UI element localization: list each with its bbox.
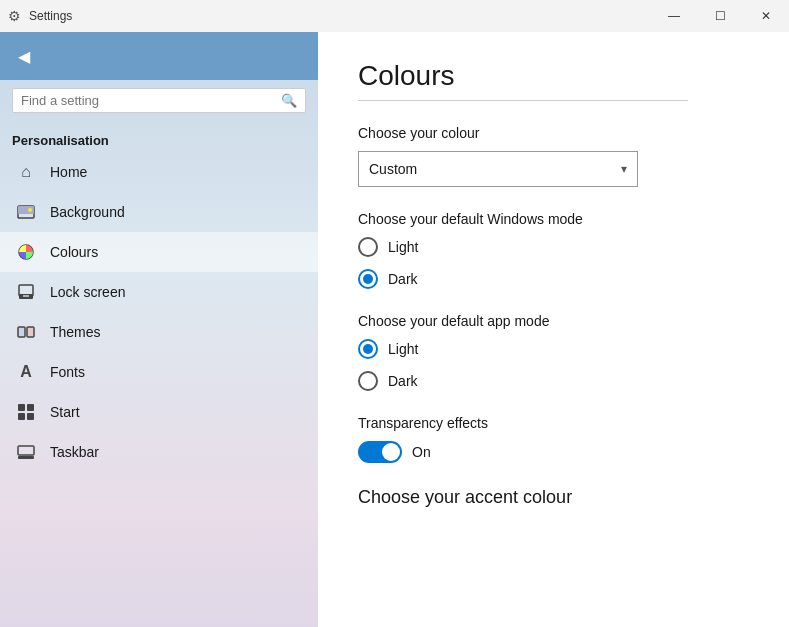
maximize-button[interactable]: ☐: [697, 0, 743, 32]
page-title: Colours: [358, 60, 749, 92]
fonts-icon: A: [16, 362, 36, 382]
transparency-on-label: On: [412, 444, 431, 460]
transparency-toggle[interactable]: [358, 441, 402, 463]
svg-rect-9: [18, 404, 25, 411]
settings-icon: ⚙: [8, 8, 21, 24]
sidebar-item-lock-screen-label: Lock screen: [50, 284, 125, 300]
svg-rect-12: [27, 413, 34, 420]
app-mode-radio-group: Light Dark: [358, 339, 749, 391]
search-container: 🔍: [0, 80, 318, 121]
sidebar-item-background[interactable]: Background: [0, 192, 318, 232]
search-icon: 🔍: [281, 93, 297, 108]
minimize-button[interactable]: —: [651, 0, 697, 32]
app-mode-label: Choose your default app mode: [358, 313, 749, 329]
section-label: Personalisation: [0, 125, 318, 152]
svg-rect-13: [18, 446, 34, 455]
title-bar-left: ⚙ Settings: [0, 8, 72, 24]
start-icon: [16, 402, 36, 422]
transparency-toggle-control: On: [358, 441, 749, 463]
lock-screen-icon: [16, 282, 36, 302]
windows-mode-dark-radio[interactable]: [358, 269, 378, 289]
taskbar-icon: [16, 442, 36, 462]
app-container: ◀ 🔍 Personalisation ⌂ Home Background: [0, 32, 789, 627]
app-mode-dark-option[interactable]: Dark: [358, 371, 749, 391]
colours-icon: [16, 242, 36, 262]
windows-mode-light-option[interactable]: Light: [358, 237, 749, 257]
colour-dropdown[interactable]: Custom ▾: [358, 151, 638, 187]
sidebar-item-taskbar[interactable]: Taskbar: [0, 432, 318, 472]
back-button[interactable]: ◀: [0, 32, 318, 80]
transparency-label: Transparency effects: [358, 415, 749, 431]
close-button[interactable]: ✕: [743, 0, 789, 32]
title-bar: ⚙ Settings — ☐ ✕: [0, 0, 789, 32]
sidebar-item-start[interactable]: Start: [0, 392, 318, 432]
svg-point-2: [28, 208, 32, 212]
app-mode-dark-label: Dark: [388, 373, 418, 389]
accent-section-label: Choose your accent colour: [358, 487, 749, 508]
back-arrow-icon: ◀: [12, 44, 36, 68]
svg-rect-10: [27, 404, 34, 411]
content-area: Colours Choose your colour Custom ▾ Choo…: [318, 32, 789, 627]
svg-rect-8: [27, 327, 34, 337]
app-mode-light-label: Light: [388, 341, 418, 357]
colour-dropdown-value: Custom: [369, 161, 417, 177]
sidebar-item-colours[interactable]: Colours: [0, 232, 318, 272]
themes-icon: [16, 322, 36, 342]
search-box[interactable]: 🔍: [12, 88, 306, 113]
svg-rect-14: [18, 456, 34, 459]
windows-mode-dark-label: Dark: [388, 271, 418, 287]
app-mode-dark-radio[interactable]: [358, 371, 378, 391]
colour-section-label: Choose your colour: [358, 125, 749, 141]
search-input[interactable]: [21, 93, 281, 108]
background-icon: [16, 202, 36, 222]
transparency-section: Transparency effects On: [358, 415, 749, 463]
home-icon: ⌂: [16, 162, 36, 182]
toggle-thumb: [382, 443, 400, 461]
sidebar-item-taskbar-label: Taskbar: [50, 444, 99, 460]
sidebar-item-themes[interactable]: Themes: [0, 312, 318, 352]
page-title-divider: [358, 100, 688, 101]
app-mode-light-radio[interactable]: [358, 339, 378, 359]
windows-mode-label: Choose your default Windows mode: [358, 211, 749, 227]
title-bar-controls: — ☐ ✕: [651, 0, 789, 32]
sidebar-item-themes-label: Themes: [50, 324, 101, 340]
svg-rect-11: [18, 413, 25, 420]
windows-mode-light-label: Light: [388, 239, 418, 255]
chevron-down-icon: ▾: [621, 162, 627, 176]
windows-mode-dark-option[interactable]: Dark: [358, 269, 749, 289]
sidebar-item-fonts[interactable]: A Fonts: [0, 352, 318, 392]
sidebar-item-start-label: Start: [50, 404, 80, 420]
sidebar: ◀ 🔍 Personalisation ⌂ Home Background: [0, 32, 318, 627]
sidebar-item-home[interactable]: ⌂ Home: [0, 152, 318, 192]
windows-mode-radio-group: Light Dark: [358, 237, 749, 289]
svg-rect-7: [18, 327, 25, 337]
sidebar-item-colours-label: Colours: [50, 244, 98, 260]
sidebar-item-background-label: Background: [50, 204, 125, 220]
sidebar-item-home-label: Home: [50, 164, 87, 180]
app-mode-light-option[interactable]: Light: [358, 339, 749, 359]
sidebar-item-lock-screen[interactable]: Lock screen: [0, 272, 318, 312]
sidebar-item-fonts-label: Fonts: [50, 364, 85, 380]
windows-mode-light-radio[interactable]: [358, 237, 378, 257]
title-bar-title: Settings: [29, 9, 72, 23]
